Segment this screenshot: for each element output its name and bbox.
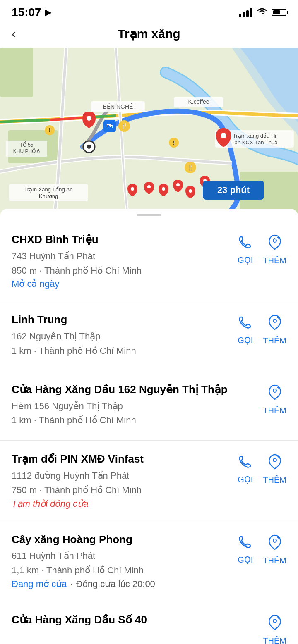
svg-point-33 — [162, 187, 165, 191]
map-container[interactable]: BẾN NGHÉ TỔ 55 KHU PHỐ 6 Trạm Xăng Tổng … — [0, 48, 298, 221]
svg-text:TỔ 55: TỔ 55 — [19, 141, 33, 148]
svg-text:+: + — [277, 234, 280, 241]
item-name: Cửa Hàng Xăng Dầu 162 Nguyễn Thị Thập — [12, 383, 255, 397]
svg-point-45 — [273, 319, 276, 322]
item-info: Cửa Hàng Xăng Dầu Số 40 — [12, 613, 263, 630]
svg-text:+: + — [277, 315, 280, 321]
add-button[interactable]: + THÊM — [263, 315, 286, 346]
item-distance: 1 km · Thành phố Hồ Chí Minh — [12, 345, 229, 358]
item-name: Cây xăng Hoàng Phong — [12, 533, 229, 547]
item-distance: 1,1 km · Thành phố Hồ Chí Minh — [12, 564, 229, 577]
svg-text:Trạm Xăng Tổng An: Trạm Xăng Tổng An — [24, 186, 72, 193]
add-pin-icon: + — [268, 615, 282, 634]
svg-text:!: ! — [173, 139, 175, 146]
item-actions: GỌI + THÊM — [238, 452, 286, 485]
add-label: THÊM — [263, 636, 286, 644]
svg-text:+: + — [277, 534, 280, 541]
item-info: Linh Trung 162 Nguyễn Thị Thập 1 km · Th… — [12, 313, 238, 359]
phone-icon — [238, 535, 252, 552]
phone-icon — [238, 315, 252, 333]
call-button[interactable]: GỌI — [238, 235, 253, 265]
item-actions: + THÊM — [263, 613, 286, 644]
add-pin-icon: + — [268, 454, 282, 473]
svg-text:Khương: Khương — [39, 193, 58, 199]
item-address: 743 Huỳnh Tấn Phát — [12, 250, 229, 263]
item-status: Mở cả ngày — [12, 279, 229, 289]
svg-text:K.coffee: K.coffee — [188, 98, 209, 105]
item-distance: 750 m · Thành phố Hồ Chí Minh — [12, 484, 229, 497]
add-label: THÊM — [263, 256, 286, 265]
item-actions: GỌI + THÊM — [238, 313, 286, 346]
svg-point-24 — [87, 145, 91, 149]
svg-text:KHU PHỐ 6: KHU PHỐ 6 — [13, 148, 40, 154]
svg-text:23 phút: 23 phút — [217, 185, 250, 195]
svg-text:BẾN NGHÉ: BẾN NGHÉ — [103, 103, 133, 110]
item-status: Đang mở cửa — [12, 579, 67, 589]
item-address: 162 Nguyễn Thị Thập — [12, 330, 229, 343]
battery-icon — [272, 9, 286, 16]
svg-text:Tân KCX Tân Thuậ: Tân KCX Tân Thuậ — [231, 139, 278, 145]
location-arrow-icon: ▶ — [45, 7, 52, 18]
svg-point-37 — [221, 133, 226, 138]
svg-text:🍴: 🍴 — [187, 164, 195, 171]
add-button[interactable]: + THÊM — [263, 234, 286, 265]
add-button[interactable]: + THÊM — [263, 384, 286, 415]
add-button[interactable]: + THÊM — [263, 454, 286, 485]
signal-icon — [239, 8, 252, 17]
call-button[interactable]: GỌI — [238, 535, 253, 565]
item-actions: GỌI + THÊM — [238, 533, 286, 565]
status-time: 15:07 — [12, 6, 41, 19]
status-bar: 15:07 ▶ — [0, 0, 298, 22]
list-item: CHXD Bình Triệu 743 Huỳnh Tấn Phát 850 m… — [0, 221, 298, 301]
back-button[interactable]: ‹ — [12, 26, 16, 41]
svg-text:🍴: 🍴 — [121, 123, 128, 130]
add-label: THÊM — [263, 475, 286, 485]
add-pin-icon: + — [268, 315, 282, 334]
svg-point-22 — [87, 116, 91, 121]
svg-point-32 — [147, 185, 151, 188]
phone-icon — [238, 235, 252, 253]
add-button[interactable]: + THÊM — [263, 615, 286, 644]
svg-text:🛍: 🛍 — [106, 122, 113, 129]
item-info: Trạm đổi PIN XMĐ Vinfast 1112 đường Huỳn… — [12, 452, 238, 509]
list-item: Cây xăng Hoàng Phong 611 Huỳnh Tấn Phát … — [0, 521, 298, 601]
svg-point-47 — [273, 389, 276, 392]
list-container: CHXD Bình Triệu 743 Huỳnh Tấn Phát 850 m… — [0, 221, 298, 644]
item-distance: 850 m · Thành phố Hồ Chí Minh — [12, 265, 229, 277]
add-pin-icon: + — [268, 384, 282, 403]
item-address: 611 Huỳnh Tấn Phát — [12, 550, 229, 563]
svg-point-53 — [273, 619, 276, 623]
wifi-icon — [257, 7, 267, 18]
call-label: GỌI — [238, 335, 253, 345]
list-item: Trạm đổi PIN XMĐ Vinfast 1112 đường Huỳn… — [0, 441, 298, 521]
phone-icon — [238, 455, 252, 472]
item-info: CHXD Bình Triệu 743 Huỳnh Tấn Phát 850 m… — [12, 233, 238, 289]
call-button[interactable]: GỌI — [238, 455, 253, 484]
item-name: Linh Trung — [12, 313, 229, 327]
add-pin-icon: + — [268, 234, 282, 253]
item-hours: · — [70, 579, 72, 589]
item-address: 1112 đường Huỳnh Tấn Phát — [12, 470, 229, 482]
svg-text:!: ! — [49, 127, 51, 134]
svg-point-51 — [273, 539, 276, 542]
add-pin-icon: + — [268, 534, 282, 553]
pull-handle[interactable] — [0, 209, 298, 221]
call-label: GỌI — [238, 475, 253, 484]
page-title: Trạm xăng — [118, 26, 180, 41]
svg-point-31 — [131, 187, 134, 191]
svg-point-49 — [273, 458, 276, 462]
svg-point-35 — [189, 189, 192, 193]
list-item: Cửa Hàng Xăng Dầu Số 40 + THÊM — [0, 601, 298, 644]
item-status: Tạm thời đóng cửa — [12, 499, 229, 509]
svg-text:Trạm xăng dầu Hi: Trạm xăng dầu Hi — [233, 133, 276, 139]
add-label: THÊM — [263, 556, 286, 565]
add-button[interactable]: + THÊM — [263, 534, 286, 565]
call-label: GỌI — [238, 555, 253, 565]
call-button[interactable]: GỌI — [238, 315, 253, 345]
item-name: CHXD Bình Triệu — [12, 233, 229, 247]
item-distance: 1 km · Thành phố Hồ Chí Minh — [12, 414, 255, 427]
item-actions: + THÊM — [263, 383, 286, 415]
item-name: Cửa Hàng Xăng Dầu Số 40 — [12, 613, 255, 627]
list-item: Linh Trung 162 Nguyễn Thị Thập 1 km · Th… — [0, 301, 298, 371]
add-label: THÊM — [263, 336, 286, 346]
